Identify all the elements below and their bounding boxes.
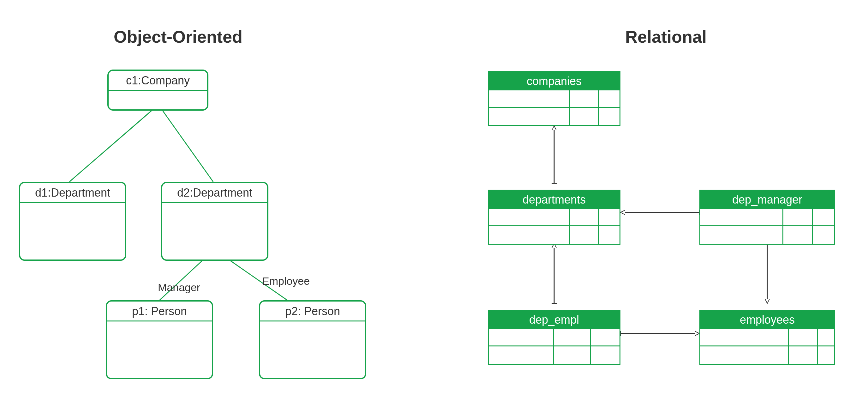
object-person1-title: p1: Person bbox=[107, 301, 212, 321]
table-departments: departments bbox=[488, 190, 620, 244]
table-companies-body bbox=[489, 90, 620, 125]
table-companies-header: companies bbox=[489, 72, 620, 90]
svg-line-0 bbox=[69, 111, 152, 182]
object-department1: d1:Department bbox=[19, 182, 126, 261]
edge-label-manager: Manager bbox=[158, 281, 200, 294]
table-dep-manager: dep_manager bbox=[700, 190, 835, 244]
object-department2: d2:Department bbox=[161, 182, 269, 261]
table-employees-header: employees bbox=[700, 311, 834, 329]
svg-line-2 bbox=[159, 261, 202, 300]
object-company: c1:Company bbox=[107, 69, 208, 111]
object-person1: p1: Person bbox=[106, 300, 213, 379]
heading-object-oriented: Object-Oriented bbox=[114, 27, 243, 47]
table-departments-body bbox=[489, 209, 620, 244]
table-dep-empl-header: dep_empl bbox=[489, 311, 620, 329]
object-department1-title: d1:Department bbox=[20, 183, 125, 203]
table-employees-body bbox=[700, 329, 834, 364]
edge-label-employee: Employee bbox=[262, 275, 310, 287]
object-company-title: c1:Company bbox=[108, 71, 207, 91]
table-companies: companies bbox=[488, 71, 620, 126]
table-dep-manager-body bbox=[700, 209, 834, 244]
svg-line-1 bbox=[163, 111, 213, 182]
table-employees: employees bbox=[700, 310, 835, 365]
heading-relational: Relational bbox=[625, 27, 707, 47]
table-dep-empl-body bbox=[489, 329, 620, 364]
object-person2-title: p2: Person bbox=[260, 301, 365, 321]
table-dep-empl: dep_empl bbox=[488, 310, 620, 365]
object-person2: p2: Person bbox=[259, 300, 366, 379]
table-dep-manager-header: dep_manager bbox=[700, 191, 834, 209]
table-departments-header: departments bbox=[489, 191, 620, 209]
object-department2-title: d2:Department bbox=[162, 183, 267, 203]
